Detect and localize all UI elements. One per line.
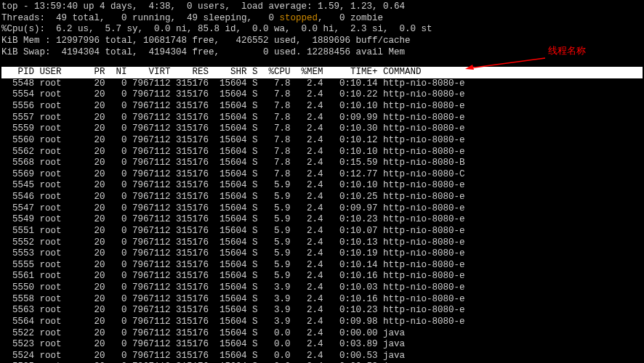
process-row[interactable]: 5560 root 20 0 7967112 315176 15604 S 7.… xyxy=(1,135,643,147)
process-row[interactable]: 5557 root 20 0 7967112 315176 15604 S 7.… xyxy=(1,113,643,124)
process-row[interactable]: 5546 root 20 0 7967112 315176 15604 S 5.… xyxy=(1,192,643,203)
process-row[interactable]: 5549 root 20 0 7967112 315176 15604 S 5.… xyxy=(1,214,643,226)
threads-post: , 0 zombie xyxy=(318,13,383,23)
process-row[interactable]: 5562 root 20 0 7967112 315176 15604 S 7.… xyxy=(1,147,643,158)
process-row[interactable]: 5550 root 20 0 7967112 315176 15604 S 3.… xyxy=(1,282,643,294)
top-summary-line: top - 13:59:40 up 4 days, 4:38, 0 users,… xyxy=(1,1,643,13)
process-row[interactable]: 5561 root 20 0 7967112 315176 15604 S 5.… xyxy=(1,271,643,282)
process-row[interactable]: 5554 root 20 0 7967112 315176 15604 S 7.… xyxy=(1,89,643,101)
process-row[interactable]: 5552 root 20 0 7967112 315176 15604 S 5.… xyxy=(1,237,643,249)
process-table-body: 5548 root 20 0 7967112 315176 15604 S 7.… xyxy=(1,78,643,363)
process-row[interactable]: 5569 root 20 0 7967112 315176 15604 S 7.… xyxy=(1,169,643,181)
column-header-row[interactable]: PID USER PR NI VIRT RES SHR S %CPU %MEM … xyxy=(1,67,643,78)
process-row[interactable]: 5568 root 20 0 7967112 315176 15604 S 7.… xyxy=(1,158,643,169)
process-row[interactable]: 5559 root 20 0 7967112 315176 15604 S 7.… xyxy=(1,123,643,135)
process-row[interactable]: 5522 root 20 0 7967112 315176 15604 S 0.… xyxy=(1,328,643,340)
cpu-line: %Cpu(s): 6.2 us, 5.7 sy, 0.0 ni, 85.8 id… xyxy=(1,24,643,36)
process-row[interactable]: 5563 root 20 0 7967112 315176 15604 S 3.… xyxy=(1,305,643,317)
process-row[interactable]: 5551 root 20 0 7967112 315176 15604 S 5.… xyxy=(1,226,643,237)
process-row[interactable]: 5523 root 20 0 7967112 315176 15604 S 0.… xyxy=(1,339,643,351)
process-row[interactable]: 5548 root 20 0 7967112 315176 15604 S 7.… xyxy=(1,78,643,90)
swap-line: KiB Swap: 4194304 total, 4194304 free, 0… xyxy=(1,47,643,59)
mem-line: KiB Mem : 12997996 total, 10681748 free,… xyxy=(1,36,643,47)
threads-line: Threads: 49 total, 0 running, 49 sleepin… xyxy=(1,13,643,25)
process-row[interactable]: 5547 root 20 0 7967112 315176 15604 S 5.… xyxy=(1,203,643,215)
process-row[interactable]: 5564 root 20 0 7967112 315176 15604 S 3.… xyxy=(1,317,643,328)
process-row[interactable]: 5545 root 20 0 7967112 315176 15604 S 5.… xyxy=(1,180,643,192)
threads-pre: Threads: 49 total, 0 running, 49 sleepin… xyxy=(1,13,280,23)
process-row[interactable]: 5556 root 20 0 7967112 315176 15604 S 7.… xyxy=(1,101,643,113)
annotation-label: 线程名称 xyxy=(548,45,586,57)
stopped-label: stopped xyxy=(280,13,318,23)
process-row[interactable]: 5558 root 20 0 7967112 315176 15604 S 3.… xyxy=(1,294,643,306)
process-row[interactable]: 5555 root 20 0 7967112 315176 15604 S 5.… xyxy=(1,260,643,272)
process-row[interactable]: 5524 root 20 0 7967112 315176 15604 S 0.… xyxy=(1,351,643,362)
process-row[interactable]: 5553 root 20 0 7967112 315176 15604 S 5.… xyxy=(1,248,643,260)
